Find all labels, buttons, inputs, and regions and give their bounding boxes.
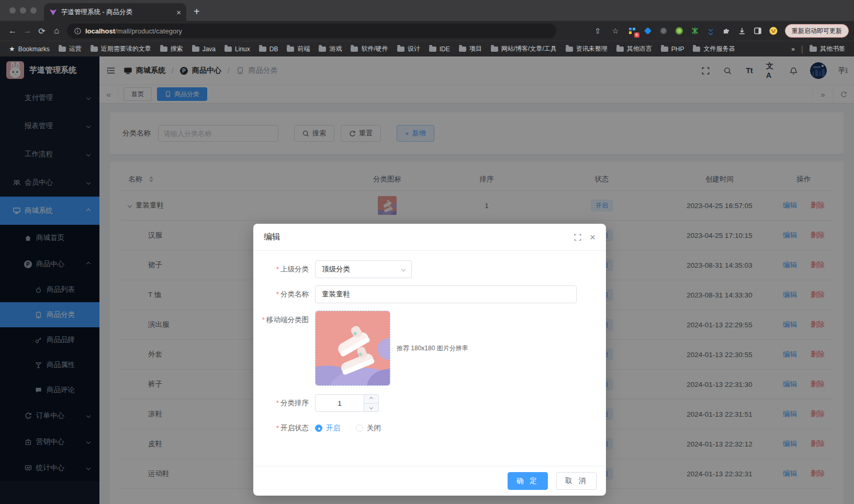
- share-icon[interactable]: ⇧: [592, 26, 603, 36]
- bookmark-folder[interactable]: 设计: [395, 44, 423, 53]
- browser-tab[interactable]: 芋道管理系统 - 商品分类 ×: [44, 3, 186, 21]
- folder-icon: [397, 47, 404, 52]
- parent-category-label: *上级分类: [253, 260, 315, 278]
- bookmark-folder[interactable]: DB: [256, 45, 281, 53]
- parent-category-select[interactable]: 顶级分类: [315, 260, 412, 278]
- other-bookmarks-folder[interactable]: 其他书签: [807, 44, 848, 53]
- toolbar-right: ⇧ ☆ 6 重新启动即可更新: [592, 24, 849, 38]
- profile-emoji-icon[interactable]: [769, 27, 778, 35]
- category-name-field[interactable]: [315, 285, 577, 303]
- screen: 芋道管理系统 - 商品分类 × + ← → ⟳ ⌂ localhost/mall…: [0, 0, 854, 504]
- extensions-puzzle-icon[interactable]: [722, 27, 731, 35]
- folder-icon: [319, 47, 326, 52]
- bookmark-folder[interactable]: IDE: [426, 45, 453, 53]
- image-hint: 推荐 180x180 图片分辨率: [397, 311, 468, 386]
- zoom-window-button[interactable]: [30, 7, 37, 14]
- radio-dot-icon: [356, 425, 363, 432]
- bookmarks-root[interactable]: ★Bookmarks: [6, 45, 52, 53]
- address-bar[interactable]: localhost/mall/product/category: [67, 24, 556, 38]
- dialog-title: 编辑: [264, 232, 280, 243]
- folder-icon: [491, 47, 498, 52]
- folder-icon: [259, 47, 266, 52]
- green-dot-extension-icon[interactable]: [675, 27, 683, 35]
- status-label: *开启状态: [253, 419, 315, 437]
- dialog-footer: 确 定 取 消: [253, 466, 606, 496]
- download-icon[interactable]: [738, 27, 746, 35]
- bookmarks-bar: ★Bookmarks 运营 近期需要读的文章 搜索 Java Linux DB …: [0, 41, 854, 56]
- sort-value-field[interactable]: [315, 394, 364, 412]
- dialog-body: *上级分类 顶级分类 *分类名称 *移动端分类图 推荐 180x180 图片分辨…: [253, 251, 606, 466]
- bookmark-folder[interactable]: 游戏: [316, 44, 344, 53]
- bookmarks-divider: |: [801, 44, 803, 54]
- bookmark-folder[interactable]: 资讯未整理: [563, 44, 610, 53]
- forward-icon[interactable]: →: [20, 24, 35, 38]
- bookmark-folder[interactable]: 其他语言: [614, 44, 655, 53]
- bookmark-folder[interactable]: 运营: [56, 44, 84, 53]
- site-favicon: [49, 8, 57, 16]
- folder-icon: [351, 47, 358, 52]
- chevron-down-icon: [401, 267, 406, 271]
- bookmark-folder[interactable]: 网站/博客/文章/工具: [488, 44, 559, 53]
- dialog-fullscreen-icon[interactable]: [574, 234, 581, 241]
- stepper-up-icon[interactable]: [364, 395, 378, 404]
- sort-number-input: [315, 394, 379, 412]
- folder-icon: [287, 47, 294, 52]
- double-chevron-extension-icon[interactable]: [706, 27, 715, 35]
- browser-toolbar: ← → ⟳ ⌂ localhost/mall/product/category …: [0, 21, 854, 41]
- stepper-down-icon[interactable]: [364, 404, 378, 412]
- folder-icon: [192, 47, 199, 52]
- bookmark-folder[interactable]: Linux: [222, 45, 253, 53]
- bookmark-folder[interactable]: 前端: [284, 44, 312, 53]
- folder-icon: [810, 47, 817, 52]
- home-icon[interactable]: ⌂: [49, 24, 64, 38]
- status-radio-on[interactable]: 开启: [315, 423, 340, 433]
- bookmark-folder[interactable]: Java: [189, 45, 218, 53]
- folder-icon: [566, 47, 573, 52]
- bookmark-folder[interactable]: 项目: [456, 44, 485, 53]
- confirm-button[interactable]: 确 定: [508, 472, 548, 490]
- bookmarks-overflow-chevron[interactable]: »: [789, 45, 797, 53]
- site-info-icon[interactable]: [74, 28, 81, 35]
- close-window-button[interactable]: [9, 7, 16, 14]
- browser-tabstrip: 芋道管理系统 - 商品分类 × +: [0, 0, 854, 21]
- back-icon[interactable]: ←: [5, 24, 20, 38]
- bookmark-folder[interactable]: PHP: [658, 45, 687, 53]
- bookmark-folder[interactable]: 软件/硬件: [348, 44, 390, 53]
- edit-category-dialog: 编辑 × *上级分类 顶级分类 *分类名称 *移动端分类图: [253, 224, 606, 496]
- mobile-image-label: *移动端分类图: [253, 311, 315, 325]
- category-image: [316, 311, 390, 385]
- green-star-extension-icon[interactable]: [691, 27, 699, 35]
- tab-close-icon[interactable]: ×: [176, 8, 181, 16]
- side-panel-icon[interactable]: [754, 27, 762, 35]
- cancel-button[interactable]: 取 消: [556, 472, 597, 490]
- extension-grid-icon[interactable]: 6: [628, 27, 636, 35]
- extension-badge: 6: [634, 32, 639, 38]
- bookmark-folder[interactable]: 搜索: [158, 44, 186, 53]
- bookmark-folder[interactable]: 近期需要读的文章: [88, 44, 154, 53]
- folder-icon: [429, 47, 436, 52]
- dark-sphere-extension-icon[interactable]: [659, 27, 668, 35]
- bookmark-folder[interactable]: 文件服务器: [690, 44, 737, 53]
- category-name-label: *分类名称: [253, 285, 315, 303]
- bookmarks-star-icon: ★: [9, 45, 15, 53]
- reload-icon[interactable]: ⟳: [35, 24, 49, 38]
- minimize-window-button[interactable]: [20, 7, 26, 14]
- category-sort-label: *分类排序: [253, 394, 315, 412]
- status-radio-off[interactable]: 关闭: [356, 423, 381, 433]
- chrome-update-button[interactable]: 重新启动即可更新: [785, 24, 849, 38]
- folder-icon: [616, 47, 624, 52]
- tab-title: 芋道管理系统 - 商品分类: [61, 8, 172, 17]
- dialog-header: 编辑 ×: [253, 224, 606, 251]
- url-path: /mall/product/category: [115, 27, 182, 35]
- new-tab-button[interactable]: +: [194, 6, 200, 18]
- app-viewport: 芋道管理系统 支付管理 报表管理 工作流程 会员中心 商城系统: [0, 56, 854, 504]
- folder-icon: [59, 47, 66, 52]
- category-image-upload[interactable]: [315, 311, 390, 386]
- dialog-close-icon[interactable]: ×: [590, 232, 595, 242]
- bookmark-star-icon[interactable]: ☆: [610, 26, 621, 36]
- radio-dot-icon: [315, 425, 322, 432]
- number-stepper: [364, 394, 379, 412]
- folder-icon: [160, 47, 167, 52]
- macos-window-controls[interactable]: [9, 7, 37, 14]
- translate-drop-extension-icon[interactable]: [644, 27, 652, 35]
